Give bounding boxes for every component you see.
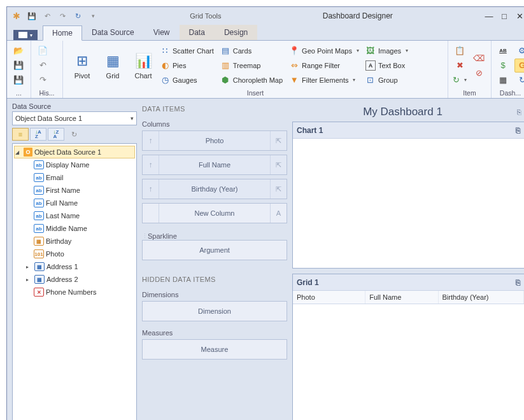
chart-button[interactable]: 📊Chart [128,44,159,87]
text-field-icon: ab [34,160,44,169]
measures-label: Measures [142,329,287,337]
save-as-button[interactable]: 💾 [11,73,26,87]
refresh-dash-icon[interactable]: ↻ [514,73,524,87]
cards-button[interactable]: ▤Cards [219,44,284,58]
eraser-icon[interactable]: ⌫ [471,51,486,65]
options-icon[interactable]: ⇱ [270,131,287,150]
field-address2[interactable]: ▸▦Address 2 [14,273,135,286]
qat-customize-icon[interactable]: ▾ [86,9,100,23]
tab-data[interactable]: Data [180,25,215,40]
convert-icon[interactable]: ↻ [452,73,467,87]
sort-desc-icon[interactable]: ↓ZA [48,128,64,141]
column-photo[interactable]: ↑Photo⇱ [142,130,287,151]
sort-asc-icon[interactable]: ↓AZ [30,128,46,141]
field-full-name[interactable]: abFull Name [14,197,135,209]
datasource-icon: O [24,148,32,157]
export-icon[interactable]: ⎘ [516,126,520,135]
grid-button[interactable]: ▦Grid [97,44,128,87]
grid-col-full-name[interactable]: Full Name [365,291,438,304]
field-first-name[interactable]: abFirst Name [14,184,135,197]
tab-home[interactable]: Home [43,25,82,41]
undo-button[interactable]: ↶ [35,59,50,73]
sort-icon[interactable]: ↑ [143,155,159,174]
canvas-item-chart[interactable]: Chart 1 ⎘ [292,122,524,269]
field-address1[interactable]: ▸▦Address 1 [14,260,135,273]
sort-icon[interactable]: ↑ [143,179,159,199]
treemap-button[interactable]: ▥Treemap [219,59,284,73]
options-icon[interactable]: ⇱ [270,179,287,199]
maximize-button[interactable]: □ [497,10,512,22]
close-button[interactable]: ✕ [512,10,524,22]
data-source-label: Data Source [12,102,137,110]
ribbon-body: 📂 💾 💾 ... 📄 ↶ ↷ His... ⊞Pivot ▦Grid 📊Cha… [7,40,524,99]
export-icon[interactable]: ⎘ [516,278,520,287]
tab-design[interactable]: Design [215,25,257,40]
file-tab[interactable]: ▾ [13,30,38,40]
field-display-name[interactable]: abDisplay Name [14,158,135,171]
pies-button[interactable]: ◐Pies [159,59,215,73]
redo-icon[interactable]: ↷ [55,9,69,23]
field-phone[interactable]: ✕Phone Numbers [14,286,135,298]
type-icon[interactable]: A [270,204,287,223]
save-icon[interactable]: 💾 [25,9,39,23]
choropleth-button[interactable]: ⬢Choropleth Map [219,73,284,87]
sort-icon[interactable]: ↑ [143,131,159,150]
delete-icon[interactable]: ✖ [452,59,467,73]
save-button[interactable]: 💾 [11,59,26,73]
columns-label: Columns [142,120,287,128]
redo-button[interactable]: ↷ [35,73,50,87]
text-field-icon: ab [34,211,44,220]
scatter-button[interactable]: ∷Scatter Chart [159,44,215,58]
minimize-button[interactable]: — [481,10,497,22]
color-scheme-icon[interactable]: ▦ [495,73,511,87]
data-items-panel: DATA ITEMS Columns ↑Photo⇱ ↑Full Name⇱ ↑… [142,102,287,420]
filter-elements-button[interactable]: ▼Filter Elements [288,73,360,87]
refresh-fields-icon[interactable]: ↻ [66,128,82,141]
drag-handle-icon[interactable]: ⋮ [142,233,145,239]
field-middle-name[interactable]: abMiddle Name [14,222,135,235]
field-birthday[interactable]: ▦Birthday [14,235,135,248]
canvas-item-grid[interactable]: Grid 1 ⎘ Photo Full Name Birthday (Year) [292,274,524,420]
range-filter-button[interactable]: ⇔Range Filter [288,59,360,73]
undo-icon[interactable]: ↶ [40,9,54,23]
textbox-button[interactable]: AText Box [364,59,409,73]
column-birthday[interactable]: ↑Birthday (Year)⇱ [142,179,287,199]
pivot-button[interactable]: ⊞Pivot [67,44,97,87]
measure-slot[interactable]: Measure [142,339,287,360]
group-button[interactable]: ⊡Group [364,73,409,87]
refresh-icon[interactable]: ↻ [71,9,85,23]
field-email[interactable]: abEmail [14,171,135,184]
text-field-icon: ab [34,199,44,207]
grid-col-photo[interactable]: Photo [293,291,365,304]
data-source-combo[interactable]: Object Data Source 1 ▾ [12,111,137,125]
field-tree[interactable]: ◢O Object Data Source 1 abDisplay Name a… [12,143,137,420]
options-icon[interactable]: ⇱ [270,155,287,174]
grid-col-birthday[interactable]: Birthday (Year) [439,291,525,304]
tab-view[interactable]: View [144,25,180,40]
export-icon[interactable]: ⎘ [513,106,524,118]
new-icon[interactable]: 📄 [35,44,50,58]
data-items-header: DATA ITEMS [142,105,287,113]
gauges-button[interactable]: ◷Gauges [159,73,215,87]
window-title: Dashboard Designer [310,11,406,20]
title-icon[interactable]: AB [495,44,511,58]
currency-icon[interactable]: $ [495,59,511,73]
dimension-slot[interactable]: Dimension [142,301,287,321]
column-full-name[interactable]: ↑Full Name⇱ [142,155,287,175]
tree-root[interactable]: ◢O Object Data Source 1 [14,146,135,158]
images-button[interactable]: 🖼Images [364,44,409,58]
field-photo[interactable]: 101Photo [14,248,135,260]
field-last-name[interactable]: abLast Name [14,209,135,222]
duplicate-icon[interactable]: 📋 [452,44,467,58]
auto-arrange-icon[interactable]: G [514,59,524,73]
tab-data-source[interactable]: Data Source [82,25,144,40]
geo-point-button[interactable]: 📍Geo Point Maps [288,44,360,58]
field-toolbar: ≡ ↓AZ ↓ZA ↻ [12,128,137,141]
remove-item-icon[interactable]: ⊘ [471,66,486,80]
column-new[interactable]: New ColumnA [142,203,287,223]
param-icon[interactable]: ⚙ [514,44,524,58]
app-icon[interactable]: ✱ [10,9,24,23]
sparkline-argument[interactable]: Argument [142,240,287,260]
group-fields-icon[interactable]: ≡ [12,128,29,141]
open-icon[interactable]: 📂 [11,44,26,58]
